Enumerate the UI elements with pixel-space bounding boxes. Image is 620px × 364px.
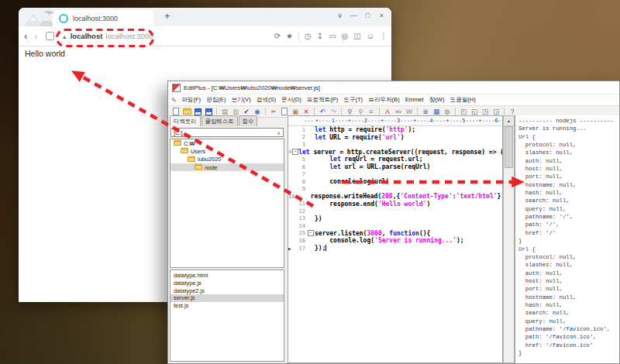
save-icon[interactable] xyxy=(193,108,202,116)
bookmark-star-icon[interactable]: ★ xyxy=(286,33,293,40)
word-wrap-icon[interactable]: W xyxy=(405,108,414,116)
fold-collapse-icon[interactable]: - xyxy=(292,149,298,155)
panel-tab[interactable]: 디렉토리 xyxy=(170,115,201,126)
help-icon[interactable]: ? xyxy=(508,108,517,116)
copy-icon[interactable] xyxy=(280,108,289,116)
editor-title-bar[interactable]: EditPlus - [C:₩Users₩lubu2020₩node₩serve… xyxy=(168,81,619,94)
file-item[interactable]: server.js xyxy=(170,294,284,302)
browser-tab[interactable]: localhost:3000 xyxy=(53,10,153,26)
code-scrollbar[interactable]: ▲ xyxy=(503,115,515,363)
code-line[interactable]: 4-let server = http.createServer((reques… xyxy=(288,149,502,156)
layout-quad-icon[interactable]: ◲ xyxy=(491,108,501,116)
tree-item[interactable]: Users xyxy=(170,147,284,155)
special-chars-icon[interactable]: ▦ xyxy=(432,108,441,116)
code-line[interactable]: 12 xyxy=(288,208,502,215)
find-icon[interactable]: ⚲ xyxy=(345,108,354,116)
menu-item[interactable]: 창(W) xyxy=(426,96,447,104)
code-line[interactable]: 3 xyxy=(288,141,502,149)
scroll-up-icon[interactable]: ▲ xyxy=(504,116,514,126)
refresh-icon[interactable]: ⟳ xyxy=(274,33,281,40)
drive-selector[interactable]: [C:] ∨ xyxy=(170,128,284,137)
maximize-icon[interactable]: □ xyxy=(363,12,372,19)
layout-vertical-icon[interactable]: ◳ xyxy=(480,108,490,116)
new-tab-button[interactable]: + xyxy=(164,10,170,22)
tab-list-chevron-icon[interactable]: ∨ xyxy=(336,12,344,19)
file-item[interactable]: datatype.js xyxy=(170,280,284,287)
spell-check-icon[interactable]: ✔ xyxy=(242,108,251,116)
cut-icon[interactable]: ✂ xyxy=(269,108,278,116)
line-numbers-icon[interactable]: ≣ xyxy=(421,108,430,116)
line-number: 8 xyxy=(292,179,305,185)
code-line[interactable]: 8 console.log(url) xyxy=(288,178,502,186)
menu-item[interactable]: 검색(S) xyxy=(253,96,278,104)
menu-item[interactable]: 프로젝트(P) xyxy=(304,96,341,104)
output-line: host: null, xyxy=(518,277,619,285)
menu-item[interactable]: 브라우저(B) xyxy=(366,96,403,104)
tree-item[interactable]: node xyxy=(170,163,284,171)
browser-address-row: ‹ › ▲ localhost localhost:3000 ⟳★◷↧▭◎◫☺⋮ xyxy=(19,26,391,46)
print-preview-icon[interactable]: ▥ xyxy=(231,108,240,116)
sidebar-icon[interactable]: ▭ xyxy=(329,33,336,40)
back-icon[interactable]: ‹ xyxy=(24,31,27,41)
layout-single-icon[interactable]: ◰ xyxy=(459,108,468,116)
panel-tab[interactable]: 함수 xyxy=(239,115,258,126)
code-line[interactable]: 14 xyxy=(288,222,502,230)
redo-icon[interactable]: ↷ xyxy=(329,108,338,116)
indent-icon[interactable]: ≡ xyxy=(367,108,376,116)
menu-item[interactable]: 편집(E) xyxy=(204,96,229,104)
history-icon[interactable]: ◷ xyxy=(305,33,312,40)
fold-collapse-icon[interactable]: - xyxy=(308,230,314,236)
menu-item[interactable]: 도움말(H) xyxy=(447,96,478,104)
split-view-icon[interactable]: ◫ xyxy=(353,33,360,40)
close-icon[interactable]: × xyxy=(377,12,386,19)
print-icon[interactable]: ▤ xyxy=(220,108,229,116)
more-menu-icon[interactable]: ⋮ xyxy=(380,33,388,40)
code-line[interactable]: 9 xyxy=(288,185,502,193)
sync-scroll-icon[interactable]: ◍ xyxy=(443,108,452,116)
font-icon[interactable]: A xyxy=(383,108,392,116)
code-line[interactable]: ▶17}); xyxy=(288,245,502,252)
forward-icon[interactable]: › xyxy=(34,31,37,41)
minimize-icon[interactable]: — xyxy=(350,12,358,19)
fold-column: - xyxy=(306,230,315,236)
code-line[interactable]: 1let http = require('http'); xyxy=(288,126,502,134)
undo-icon[interactable]: ↶ xyxy=(318,108,327,116)
scrollbar-thumb[interactable] xyxy=(505,126,513,168)
code-line[interactable]: 6 let url = URL.parse(reqUrl) xyxy=(288,163,502,171)
code-line[interactable]: 7 xyxy=(288,170,502,178)
menu-item[interactable]: 문서(D) xyxy=(279,96,305,104)
browser-preview-icon[interactable]: ◉ xyxy=(253,108,262,116)
code-line[interactable]: 2let URL = require('url') xyxy=(288,134,502,142)
tree-item[interactable]: C:₩ xyxy=(170,139,284,147)
file-item[interactable]: test.js xyxy=(170,302,284,310)
refresh-square-icon[interactable] xyxy=(46,32,54,40)
download-icon[interactable]: ↧ xyxy=(317,33,323,40)
delete-icon[interactable]: ✕ xyxy=(301,108,311,116)
code-line[interactable]: 15-server.listen(3000, function(){ xyxy=(288,230,502,238)
new-file-icon[interactable] xyxy=(171,108,181,116)
menu-item[interactable]: Emmet xyxy=(402,96,426,104)
address-bar[interactable]: ▲ localhost localhost:3000 xyxy=(62,32,153,40)
window-controls: ∨—□× xyxy=(336,12,386,19)
find-in-files-icon[interactable]: ⚲ xyxy=(356,108,365,116)
menu-item[interactable]: 파일(F) xyxy=(179,96,204,104)
paste-icon[interactable]: ▣ xyxy=(291,108,300,116)
open-file-icon[interactable] xyxy=(182,108,191,116)
save-all-icon[interactable] xyxy=(204,108,213,116)
layout-horizontal-icon[interactable]: ◱ xyxy=(470,108,479,116)
profile-icon[interactable]: ☺ xyxy=(367,33,374,40)
code-line[interactable]: 10 response.writeHead(200,{'Content-Type… xyxy=(288,193,502,201)
panel-tab[interactable]: 클립텍스트 xyxy=(202,115,238,126)
code-line[interactable]: 13}) xyxy=(288,215,502,223)
file-item[interactable]: datatype.html xyxy=(170,272,284,280)
tree-item[interactable]: lubu2020 xyxy=(170,156,284,163)
code-editor-pane[interactable]: ---+----1----+----2----+----3----+----4-… xyxy=(288,115,503,363)
capture-icon[interactable]: ◎ xyxy=(342,33,349,40)
code-line[interactable]: 11 response.end('Hello world') xyxy=(288,200,502,208)
code-line[interactable]: 5 let reqUrl = request.url; xyxy=(288,156,502,163)
code-line[interactable]: 16 console.log('Server is running...'); xyxy=(288,237,502,245)
file-item[interactable]: datatype2.js xyxy=(170,287,284,294)
hex-view-icon[interactable]: Hx xyxy=(394,108,403,116)
menu-item[interactable]: 보기(V) xyxy=(229,96,253,104)
menu-item[interactable]: 도구(T) xyxy=(341,96,366,104)
